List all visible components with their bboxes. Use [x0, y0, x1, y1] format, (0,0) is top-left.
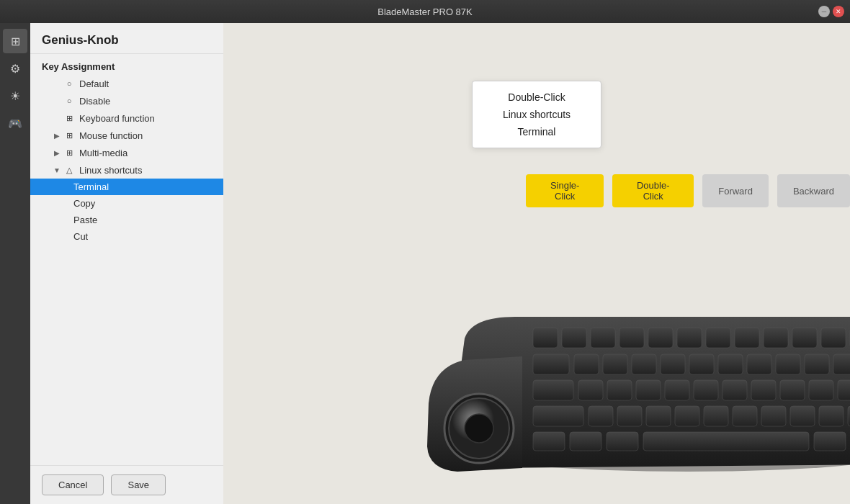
grid-icon-multimedia: ⊞ — [63, 147, 75, 158]
expand-icon-linux: ▼ — [52, 165, 62, 175]
minimize-button[interactable]: ─ — [818, 6, 830, 17]
svg-rect-7 — [619, 328, 644, 348]
svg-rect-54 — [607, 432, 638, 451]
expand-spacer-cut — [62, 232, 72, 242]
svg-rect-23 — [718, 354, 743, 374]
svg-rect-6 — [591, 328, 615, 348]
svg-rect-52 — [533, 432, 565, 451]
svg-rect-46 — [704, 406, 728, 426]
svg-rect-31 — [607, 380, 632, 400]
tree-label-cut: Cut — [73, 231, 218, 242]
keyboard-svg — [421, 295, 850, 482]
tree-item-keyboard-function[interactable]: ⊞ Keyboard function — [30, 109, 223, 127]
popup-item-terminal[interactable]: Terminal — [494, 123, 579, 140]
tree-item-linux-shortcuts[interactable]: ▼ △ Linux shortcuts — [30, 161, 223, 179]
expand-spacer-2 — [52, 96, 62, 106]
svg-rect-17 — [533, 354, 569, 374]
expand-spacer-terminal — [62, 182, 72, 192]
tree-item-cut[interactable]: Cut — [30, 228, 223, 245]
svg-rect-33 — [665, 380, 689, 400]
single-click-button[interactable]: Single-Click — [526, 174, 604, 207]
button-row: Single-Click Double-Click Forward Backwa… — [526, 174, 850, 207]
panel-footer: Cancel Save — [30, 465, 223, 504]
main-content: Double-Click Linux shortcuts Terminal Si… — [223, 23, 850, 504]
svg-rect-19 — [603, 354, 627, 374]
titlebar: BladeMaster PRO 87K ─ ✕ — [0, 0, 850, 23]
forward-button[interactable]: Forward — [702, 174, 769, 207]
tree-label-paste: Paste — [73, 215, 218, 225]
close-button[interactable]: ✕ — [833, 6, 844, 17]
tree-item-default[interactable]: ○ Default — [30, 75, 223, 92]
titlebar-title: BladeMaster PRO 87K — [377, 6, 473, 17]
svg-rect-38 — [809, 380, 833, 400]
tree-label-linux-shortcuts: Linux shortcuts — [79, 165, 218, 176]
svg-rect-20 — [632, 354, 656, 374]
left-panel: Genius-Knob Key Assignment ○ Default ○ D… — [30, 23, 223, 504]
sidebar-icon-gamepad[interactable]: 🎮 — [3, 111, 27, 135]
popup-item-linux-shortcuts[interactable]: Linux shortcuts — [494, 106, 579, 123]
app-container: ⊞ ⚙ ☀ 🎮 Genius-Knob Key Assignment ○ Def… — [0, 23, 850, 504]
svg-rect-26 — [805, 354, 829, 374]
svg-rect-37 — [780, 380, 805, 400]
svg-rect-5 — [562, 328, 586, 348]
panel-header: Genius-Knob — [30, 23, 223, 54]
svg-rect-41 — [533, 406, 583, 426]
svg-rect-39 — [838, 380, 850, 400]
svg-rect-14 — [821, 328, 846, 348]
tree-label-copy: Copy — [73, 198, 218, 209]
svg-point-3 — [465, 414, 493, 443]
context-popup: Double-Click Linux shortcuts Terminal — [472, 81, 601, 148]
tree-label-multimedia: Multi-media — [79, 148, 218, 158]
svg-rect-35 — [722, 380, 747, 400]
svg-rect-36 — [751, 380, 776, 400]
svg-rect-30 — [578, 380, 603, 400]
tree-label-disable: Disable — [79, 96, 218, 107]
tree-item-terminal[interactable]: Terminal — [30, 179, 223, 195]
svg-rect-53 — [570, 432, 601, 451]
svg-rect-44 — [646, 406, 671, 426]
svg-rect-56 — [814, 432, 846, 451]
popup-item-double-click[interactable]: Double-Click — [494, 89, 579, 106]
tree-item-mouse-function[interactable]: ▶ ⊞ Mouse function — [30, 127, 223, 144]
svg-rect-42 — [589, 406, 613, 426]
keyboard-image — [421, 295, 850, 482]
tree-label-mouse-function: Mouse function — [79, 130, 218, 141]
tree-item-multimedia[interactable]: ▶ ⊞ Multi-media — [30, 144, 223, 161]
sidebar-icon-grid[interactable]: ⊞ — [3, 29, 27, 53]
panel-content: Key Assignment ○ Default ○ Disable ⊞ Key… — [30, 54, 223, 465]
svg-rect-13 — [792, 328, 817, 348]
svg-rect-12 — [764, 328, 788, 348]
tree-item-disable[interactable]: ○ Disable — [30, 92, 223, 109]
svg-rect-43 — [617, 406, 642, 426]
backward-button[interactable]: Backward — [777, 174, 850, 207]
key-assignment-label: Key Assignment — [30, 57, 223, 75]
tree-label-keyboard-function: Keyboard function — [79, 113, 218, 124]
tree-item-paste[interactable]: Paste — [30, 212, 223, 228]
svg-rect-11 — [735, 328, 759, 348]
double-click-button[interactable]: Double-Click — [612, 174, 694, 207]
expand-spacer-paste — [62, 215, 72, 225]
svg-rect-49 — [790, 406, 815, 426]
tree-label-default: Default — [79, 78, 218, 89]
expand-icon-multimedia: ▶ — [52, 148, 62, 158]
sidebar-icon-sun[interactable]: ☀ — [3, 84, 27, 108]
grid-icon-keyboard: ⊞ — [63, 112, 75, 124]
svg-rect-25 — [776, 354, 800, 374]
expand-spacer-3 — [52, 113, 62, 123]
svg-rect-22 — [689, 354, 714, 374]
cancel-button[interactable]: Cancel — [42, 474, 104, 495]
svg-rect-9 — [677, 328, 702, 348]
svg-rect-29 — [533, 380, 573, 400]
svg-rect-21 — [661, 354, 685, 374]
svg-rect-24 — [747, 354, 771, 374]
radio-icon-default: ○ — [63, 78, 75, 89]
keyboard-area — [483, 295, 850, 482]
svg-rect-45 — [675, 406, 699, 426]
sidebar-icon-gear[interactable]: ⚙ — [3, 56, 27, 81]
svg-rect-34 — [694, 380, 718, 400]
tree-item-copy[interactable]: Copy — [30, 195, 223, 212]
svg-rect-50 — [819, 406, 844, 426]
svg-rect-18 — [574, 354, 599, 374]
expand-spacer-copy — [62, 199, 72, 209]
save-button[interactable]: Save — [111, 474, 166, 495]
